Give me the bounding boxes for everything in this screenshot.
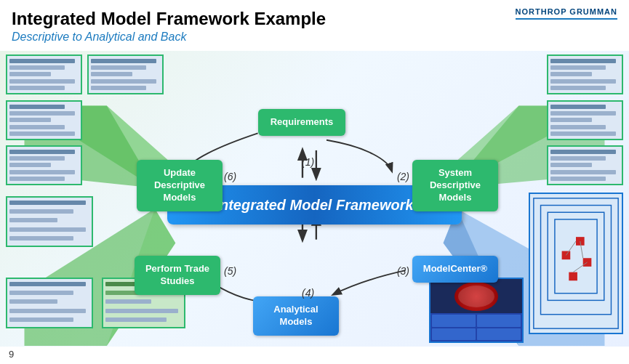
label-1: (1) bbox=[302, 156, 314, 168]
label-4: (4) bbox=[302, 287, 314, 299]
thumb-br-1 bbox=[429, 278, 524, 343]
thumb-tl-4 bbox=[6, 145, 82, 185]
label-6: (6) bbox=[224, 171, 236, 182]
thumb-tr-3 bbox=[547, 145, 623, 185]
logo-line bbox=[516, 18, 617, 20]
label-3: (3) bbox=[397, 265, 409, 277]
requirements-node: Requirements bbox=[258, 109, 345, 136]
thumb-tr-2 bbox=[547, 100, 623, 140]
svg-rect-16 bbox=[534, 198, 618, 328]
logo: NORTHROP GRUMMAN bbox=[516, 7, 617, 20]
diagram-area: Integrated Model Framework Requirements … bbox=[0, 51, 629, 347]
thumb-tl-3 bbox=[6, 100, 82, 140]
logo-text: NORTHROP GRUMMAN bbox=[516, 7, 617, 17]
svg-rect-22 bbox=[583, 258, 592, 267]
analytical-models-node: Analytical Models bbox=[253, 296, 339, 336]
slide-number: 9 bbox=[9, 349, 14, 360]
svg-line-26 bbox=[573, 262, 587, 272]
model-center-node: ModelCenter® bbox=[412, 256, 498, 283]
svg-line-24 bbox=[566, 241, 576, 255]
thumb-bl-1 bbox=[6, 278, 93, 328]
thumb-tr-1 bbox=[547, 54, 623, 94]
svg-rect-17 bbox=[541, 206, 612, 315]
svg-rect-19 bbox=[555, 219, 597, 294]
label-2: (2) bbox=[397, 171, 409, 182]
svg-rect-18 bbox=[548, 212, 604, 300]
svg-rect-23 bbox=[569, 272, 577, 281]
thumb-br-2 bbox=[529, 193, 623, 334]
page-subtitle: Descriptive to Analytical and Back bbox=[12, 31, 617, 44]
thumb-bl-3 bbox=[6, 196, 93, 247]
thumb-tl-1 bbox=[6, 54, 82, 94]
thumb-tl-2 bbox=[87, 54, 164, 94]
system-descriptive-node: System Descriptive Models bbox=[412, 160, 498, 211]
perform-trade-node: Perform Trade Studies bbox=[135, 256, 220, 295]
update-descriptive-node: Update Descriptive Models bbox=[137, 160, 223, 211]
slide: NORTHROP GRUMMAN Integrated Model Framew… bbox=[0, 0, 629, 364]
label-5: (5) bbox=[224, 265, 236, 277]
